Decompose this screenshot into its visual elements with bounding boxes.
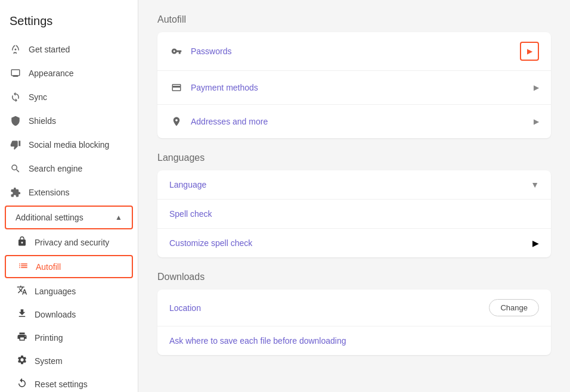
location-row: Location Change [157, 290, 551, 326]
sidebar-item-reset-settings[interactable]: Reset settings [0, 372, 138, 392]
sidebar-item-downloads[interactable]: Downloads [0, 303, 138, 326]
customize-spell-check-arrow: ▶ [532, 238, 539, 248]
chevron-up-icon: ▲ [115, 213, 122, 222]
download-icon [17, 308, 27, 321]
sidebar-item-social-media-blocking[interactable]: Social media blocking [0, 133, 138, 157]
addresses-arrow: ▶ [534, 117, 539, 126]
sidebar-item-social-media-blocking-label: Social media blocking [29, 140, 109, 150]
thumbsdown-icon [10, 139, 21, 151]
sidebar-item-printing-label: Printing [35, 333, 63, 343]
addresses-row[interactable]: Addresses and more ▶ [157, 105, 551, 138]
sidebar-item-get-started-label: Get started [29, 45, 70, 54]
sidebar-item-search-engine-label: Search engine [29, 164, 82, 173]
sidebar-item-languages[interactable]: Languages [0, 279, 138, 303]
sidebar-item-shields[interactable]: Shields [0, 109, 138, 133]
gear-icon [17, 354, 27, 367]
sidebar-item-sync[interactable]: Sync [0, 85, 138, 109]
printer-icon [17, 331, 27, 344]
customize-spell-check-row[interactable]: Customize spell check ▶ [157, 229, 551, 257]
sidebar-item-extensions-label: Extensions [29, 188, 69, 197]
additional-settings-header[interactable]: Additional settings ▲ [5, 206, 133, 229]
languages-card: Language ▼ Spell check Customize spell c… [157, 170, 551, 257]
downloads-section-title: Downloads [157, 272, 551, 282]
monitor-icon [10, 67, 21, 79]
sidebar: Settings Get started Appearance Sync Shi… [0, 0, 138, 392]
passwords-row[interactable]: Passwords ▶ [157, 32, 551, 71]
language-label: Language [169, 180, 531, 189]
sidebar-item-sync-label: Sync [29, 92, 47, 102]
change-button[interactable]: Change [489, 299, 539, 316]
sidebar-item-extensions[interactable]: Extensions [0, 181, 138, 204]
payment-methods-arrow: ▶ [534, 83, 539, 92]
payment-methods-label: Payment methods [191, 83, 534, 92]
sidebar-item-autofill-label: Autofill [36, 262, 61, 272]
main-content: Autofill Passwords ▶ Payment methods ▶ A… [138, 0, 570, 392]
spell-check-label: Spell check [169, 209, 539, 219]
ask-where-to-save-label: Ask where to save each file before downl… [169, 336, 539, 346]
sidebar-item-shields-label: Shields [29, 116, 56, 126]
sidebar-item-languages-label: Languages [35, 287, 76, 296]
sync-icon [10, 91, 21, 103]
location-icon [169, 114, 184, 129]
credit-card-icon [169, 80, 184, 95]
addresses-label: Addresses and more [191, 117, 534, 126]
rocket-icon [10, 43, 21, 55]
sidebar-item-get-started[interactable]: Get started [0, 38, 138, 61]
sidebar-item-appearance-label: Appearance [29, 69, 74, 78]
passwords-label: Passwords [191, 46, 520, 56]
sidebar-item-reset-settings-label: Reset settings [35, 379, 88, 389]
sidebar-item-system[interactable]: System [0, 349, 138, 372]
az-icon [17, 285, 27, 297]
sidebar-item-downloads-label: Downloads [35, 310, 76, 319]
language-row[interactable]: Language ▼ [157, 170, 551, 200]
sidebar-item-search-engine[interactable]: Search engine [0, 157, 138, 181]
downloads-card: Location Change Ask where to save each f… [157, 290, 551, 355]
puzzle-icon [10, 186, 21, 198]
sidebar-item-privacy-security[interactable]: Privacy and security [0, 231, 138, 254]
autofill-card: Passwords ▶ Payment methods ▶ Addresses … [157, 32, 551, 138]
ask-where-to-save-row[interactable]: Ask where to save each file before downl… [157, 326, 551, 355]
key-icon [169, 44, 184, 58]
additional-settings-label: Additional settings [16, 213, 110, 222]
location-label: Location [169, 303, 489, 313]
reset-icon [17, 378, 27, 390]
app-title: Settings [0, 10, 138, 38]
shield-icon [10, 115, 21, 127]
sidebar-item-system-label: System [35, 356, 63, 366]
sidebar-item-printing[interactable]: Printing [0, 326, 138, 349]
sidebar-item-appearance[interactable]: Appearance [0, 61, 138, 85]
customize-spell-check-label: Customize spell check [169, 238, 532, 248]
search-icon [10, 163, 21, 175]
lock-icon [17, 236, 27, 248]
passwords-arrow-box[interactable]: ▶ [520, 42, 539, 61]
autofill-section-title: Autofill [157, 14, 551, 25]
sidebar-item-privacy-security-label: Privacy and security [35, 238, 109, 247]
payment-methods-row[interactable]: Payment methods ▶ [157, 71, 551, 105]
languages-section-title: Languages [157, 153, 551, 163]
language-dropdown-icon: ▼ [531, 180, 539, 189]
sidebar-item-autofill[interactable]: Autofill [5, 255, 133, 278]
list-icon [18, 260, 29, 273]
spell-check-row[interactable]: Spell check [157, 200, 551, 229]
